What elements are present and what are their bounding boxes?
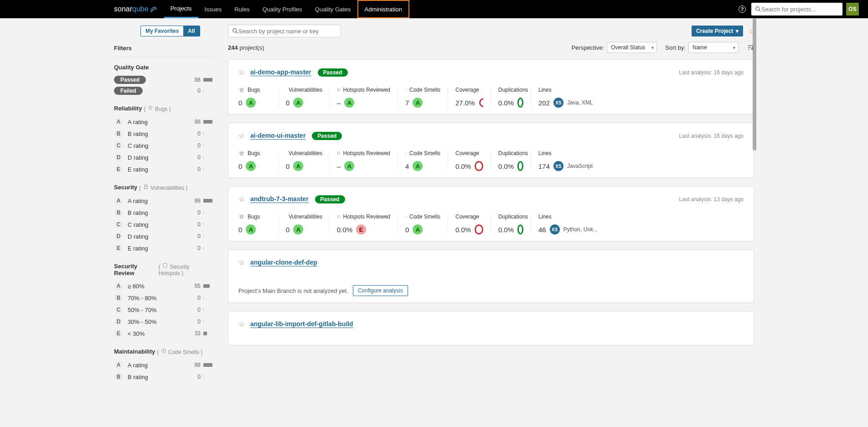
secrev-row-A[interactable]: A ≥ 80% 55 [114,280,212,292]
nav-administration[interactable]: Administration [357,0,409,18]
global-search[interactable] [751,3,842,16]
filter-reliability: Reliability ( Bugs ) A A rating 88 B B r… [114,104,212,175]
sortby-select[interactable]: Name [688,42,739,53]
hotspots-value: 0.0% [337,226,352,234]
secrev-row-D[interactable]: D 30% - 50% 0 [114,316,212,328]
languages: Java, XML [567,99,593,106]
languages: Python, Unk... [563,226,598,233]
status-badge: Passed [315,195,345,203]
dup-donut-icon [517,98,523,108]
coverage-value: 0.0% [455,226,471,234]
rating-D-icon: D [114,153,123,162]
project-name-link[interactable]: andtrub-7-3-master [250,195,309,203]
project-metrics: Bugs0A Vulnerabilities0A Hotspots Review… [238,150,744,171]
svg-line-24 [239,152,240,153]
rating-A-icon: A [114,281,123,291]
perspective-select[interactable]: Overall Status [607,42,657,53]
tab-all[interactable]: All [183,26,199,36]
security-row-D[interactable]: D D rating 0 [114,230,212,242]
maint-row-B[interactable]: B B rating 0 [114,371,212,383]
rating-A-badge: A [413,224,423,234]
reliability-row-E[interactable]: E E rating 0 [114,163,212,175]
project-metrics: Bugs0A Vulnerabilities0A Hotspots Review… [238,214,744,234]
project-search[interactable] [228,25,341,37]
smell-icon [405,87,407,93]
favorite-star-icon[interactable]: ☆ [238,195,245,203]
project-search-input[interactable] [238,28,337,35]
favorite-star-icon[interactable]: ☆ [238,68,245,77]
rating-B-icon: B [114,208,123,217]
scrollbar[interactable] [751,18,758,398]
project-card: ☆ angular-clone-def-dep Project's Main B… [228,250,754,303]
bugs-value: 0 [238,226,242,234]
nav-quality-gates[interactable]: Quality Gates [309,0,357,18]
analysis-time: Last analysis: 13 days ago [679,196,744,203]
nav-rules[interactable]: Rules [228,0,256,18]
nav-issues[interactable]: Issues [198,0,228,18]
shield-icon [337,150,341,156]
hotspots-value: – [337,99,341,107]
favorite-star-icon[interactable]: ☆ [238,320,245,328]
reliability-row-A[interactable]: A A rating 88 [114,116,212,128]
maint-row-A[interactable]: A A rating 88 [114,359,212,371]
rating-A-icon: A [114,196,123,205]
smells-value: 0 [405,226,409,234]
project-count: 244 project(s) [228,44,264,51]
svg-point-9 [233,29,237,32]
favorite-star-icon[interactable]: ☆ [238,131,245,140]
configure-analysis-button[interactable]: Configure analysis [353,285,408,296]
filter-qg-passed[interactable]: Passed 88 [114,74,212,85]
coverage-value: 27.0% [455,99,475,107]
tab-favorites[interactable]: My Favorites [141,26,183,36]
security-row-B[interactable]: B B rating 0 [114,207,212,219]
security-row-C[interactable]: C C rating 0 [114,219,212,230]
secrev-row-C[interactable]: C 50% - 70% 0 [114,304,212,316]
smells-value: 4 [405,162,409,170]
nav-projects[interactable]: Projects [164,0,198,18]
favorite-star-icon[interactable]: ☆ [238,258,245,267]
lines-value: 174 [538,162,550,170]
brand-logo[interactable]: sonarqube [114,5,157,13]
status-badge: Passed [318,68,348,77]
security-row-A[interactable]: A A rating 88 [114,195,212,207]
security-row-E[interactable]: E E rating 0 [114,242,212,254]
size-badge: XS [553,98,563,108]
bugs-value: 0 [238,162,242,170]
project-name-link[interactable]: angular-clone-def-dep [250,259,317,266]
bug-icon [147,104,154,111]
shield-icon [162,262,168,269]
analysis-time: Last analysis: 16 days ago [679,69,744,76]
coverage-donut-icon [479,98,483,108]
create-project-button[interactable]: Create Project ▾ [692,26,743,36]
nav-quality-profiles[interactable]: Quality Profiles [256,0,308,18]
filter-quality-gate: Quality Gate Passed 88 Failed 0 [114,64,212,96]
filters-heading: Filters [114,45,212,52]
dup-value: 0.0% [498,99,514,107]
coverage-donut-icon [475,224,483,234]
svg-line-31 [239,215,240,216]
shield-icon [337,214,341,220]
global-search-input[interactable] [761,6,839,13]
help-icon[interactable]: ? [739,5,746,13]
svg-point-8 [163,350,164,352]
secrev-row-E[interactable]: E < 30% 33 [114,328,212,339]
search-icon [755,6,761,12]
smell-icon [160,348,167,354]
project-name-link[interactable]: ai-demo-app-master [250,68,311,76]
reliability-row-D[interactable]: D D rating 0 [114,151,212,163]
rating-E-badge: E [356,224,366,234]
rating-E-icon: E [114,244,123,253]
user-avatar[interactable]: OS [846,3,859,16]
filter-qg-failed[interactable]: Failed 0 [114,85,212,96]
rating-C-icon: C [114,141,123,150]
reliability-row-C[interactable]: C C rating 0 [114,140,212,151]
project-name-link[interactable]: angular-lib-import-def-gitlab-build [250,320,353,328]
rating-A-badge: A [293,98,303,108]
filters-sidebar: My Favorites All Filters Quality Gate Pa… [114,18,219,398]
dup-donut-icon [517,161,523,171]
analysis-time: Last analysis: 16 days ago [679,133,744,139]
project-name-link[interactable]: ai-demo-ui-master [250,132,305,140]
reliability-row-B[interactable]: B B rating 0 [114,128,212,140]
rating-B-icon: B [114,129,123,138]
secrev-row-B[interactable]: B 70% - 80% 0 [114,292,212,304]
